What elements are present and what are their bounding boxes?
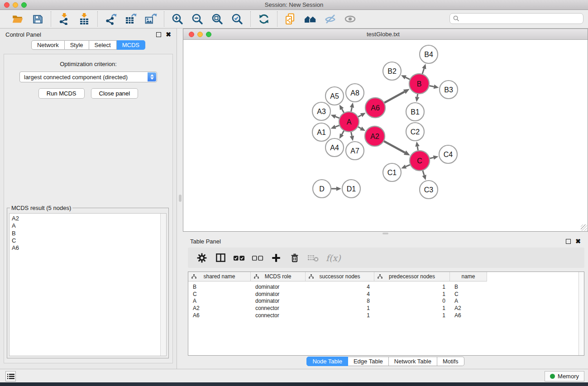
edge-A6-B[interactable] — [384, 92, 404, 103]
table-row-A2[interactable]: A2connector11A2 — [188, 305, 487, 312]
delete-table-icon[interactable] — [307, 252, 319, 264]
cell[interactable]: 4 — [306, 291, 374, 298]
save-session-icon[interactable] — [31, 12, 44, 26]
table-close-panel-icon[interactable]: ✖ — [575, 239, 581, 244]
table-row-C[interactable]: Cdominator41C — [188, 291, 487, 298]
cell[interactable]: 4 — [306, 283, 374, 291]
cell[interactable]: B — [188, 283, 251, 291]
column-header-shared-name[interactable]: shared name — [188, 272, 251, 281]
cell[interactable]: C — [450, 291, 487, 298]
select-all-icon[interactable] — [233, 252, 245, 264]
cell[interactable]: dominator — [251, 283, 306, 291]
show-column-icon[interactable] — [215, 252, 226, 264]
tab-edge-table[interactable]: Edge Table — [348, 357, 389, 366]
cell[interactable]: 1 — [374, 312, 450, 319]
result-item[interactable]: A — [12, 222, 166, 229]
show-all-icon[interactable] — [344, 12, 357, 26]
tab-select[interactable]: Select — [89, 40, 117, 50]
column-header-name[interactable]: name — [450, 272, 487, 281]
close-panel-button[interactable]: Close panel — [91, 88, 139, 99]
cell[interactable]: connector — [251, 312, 306, 319]
table-row-A6[interactable]: A6connector11A6 — [188, 312, 487, 319]
clone-network-icon[interactable] — [284, 12, 297, 26]
vertical-scroll-thumb[interactable] — [179, 195, 182, 202]
cell[interactable]: A — [188, 297, 251, 305]
network-canvas[interactable]: B4B2BB3A5A8A6A3B1AA1C2A2A4A7C4CC1DD1C3 — [183, 40, 588, 231]
hide-selected-icon[interactable] — [324, 12, 337, 26]
edge-A-A6[interactable] — [358, 115, 361, 117]
table-row-B[interactable]: Bdominator41B — [188, 283, 487, 291]
edge-C-C2[interactable] — [417, 147, 418, 151]
export-network-icon[interactable] — [104, 12, 118, 26]
export-image-icon[interactable] — [144, 12, 158, 26]
node-table[interactable]: shared nameMCDS rolesuccessor nodesprede… — [188, 272, 584, 356]
edge-A-A3[interactable] — [335, 117, 339, 118]
cell[interactable]: A6 — [188, 312, 251, 319]
zoom-window-button[interactable] — [21, 2, 27, 8]
tab-motifs[interactable]: Motifs — [437, 357, 464, 366]
open-session-icon[interactable] — [11, 12, 24, 26]
result-scrollbar[interactable] — [160, 214, 166, 356]
edge-A-A1[interactable] — [335, 125, 339, 127]
column-header-MCDS-role[interactable]: MCDS role — [251, 272, 306, 281]
edge-B-B1[interactable] — [417, 94, 418, 97]
memory-button[interactable]: Memory — [545, 371, 584, 381]
result-item[interactable]: A6 — [12, 244, 166, 252]
first-neighbors-icon[interactable] — [304, 12, 317, 26]
zoom-in-icon[interactable] — [171, 12, 184, 26]
cell[interactable]: A6 — [450, 312, 487, 319]
cell[interactable]: connector — [251, 305, 306, 312]
edge-B-B4[interactable] — [422, 68, 424, 74]
edge-A-A7[interactable] — [351, 132, 352, 136]
table-scrollbar[interactable] — [578, 272, 584, 355]
deselect-all-icon[interactable] — [252, 252, 263, 264]
refresh-view-icon[interactable] — [257, 12, 271, 26]
tab-network-table[interactable]: Network Table — [389, 357, 437, 366]
edge-A-A4[interactable] — [342, 131, 344, 134]
tab-network[interactable]: Network — [31, 40, 65, 50]
cell[interactable]: 1 — [374, 305, 450, 312]
edge-C-C3[interactable] — [423, 171, 424, 176]
edge-A-A8[interactable] — [351, 107, 352, 111]
import-table-icon[interactable] — [77, 12, 91, 26]
delete-column-icon[interactable] — [289, 252, 301, 264]
zoom-out-icon[interactable] — [191, 12, 204, 26]
close-panel-icon[interactable]: ✖ — [166, 32, 171, 37]
horizontal-scroll-thumb[interactable] — [382, 233, 388, 234]
cell[interactable]: 1 — [374, 283, 450, 291]
cell[interactable]: 1 — [306, 312, 374, 319]
minimize-window-button[interactable] — [13, 2, 18, 8]
result-item[interactable]: A2 — [12, 215, 166, 222]
zoom-fit-icon[interactable] — [210, 12, 224, 26]
edge-C-C4[interactable] — [430, 157, 433, 158]
edge-B-B2[interactable] — [406, 77, 410, 79]
column-header-successor-nodes[interactable]: successor nodes — [306, 272, 374, 281]
edge-B-B3[interactable] — [430, 86, 434, 87]
import-network-icon[interactable] — [57, 12, 71, 26]
close-window-button[interactable] — [4, 2, 10, 8]
function-builder-icon[interactable]: f(x) — [326, 252, 341, 264]
cell[interactable]: dominator — [251, 297, 306, 305]
run-mcds-button[interactable]: Run MCDS — [38, 88, 85, 99]
zoom-selected-icon[interactable] — [230, 12, 244, 26]
cell[interactable]: B — [450, 283, 487, 291]
search-input[interactable] — [449, 13, 583, 24]
network-graph[interactable]: B4B2BB3A5A8A6A3B1AA1C2A2A4A7C4CC1DD1C3 — [183, 40, 588, 231]
edge-C-C1[interactable] — [406, 165, 410, 167]
float-panel-icon[interactable] — [156, 32, 161, 37]
tab-mcds[interactable]: MCDS — [117, 40, 145, 50]
add-column-icon[interactable] — [270, 252, 282, 264]
cell[interactable]: dominator — [251, 291, 306, 298]
tab-style[interactable]: Style — [65, 40, 89, 50]
table-row-A[interactable]: Adominator80A — [188, 297, 487, 305]
export-table-icon[interactable] — [124, 12, 138, 26]
criterion-dropdown[interactable]: largest connected component (directed) — [19, 71, 157, 82]
cell[interactable]: 1 — [306, 305, 374, 312]
cell[interactable]: C — [188, 291, 251, 298]
table-float-panel-icon[interactable] — [566, 239, 571, 244]
cell[interactable]: A2 — [450, 305, 487, 312]
edge-A-A2[interactable] — [358, 127, 361, 129]
result-item[interactable]: C — [12, 237, 166, 244]
result-item[interactable]: B — [12, 230, 166, 237]
cell[interactable]: 0 — [374, 297, 450, 305]
